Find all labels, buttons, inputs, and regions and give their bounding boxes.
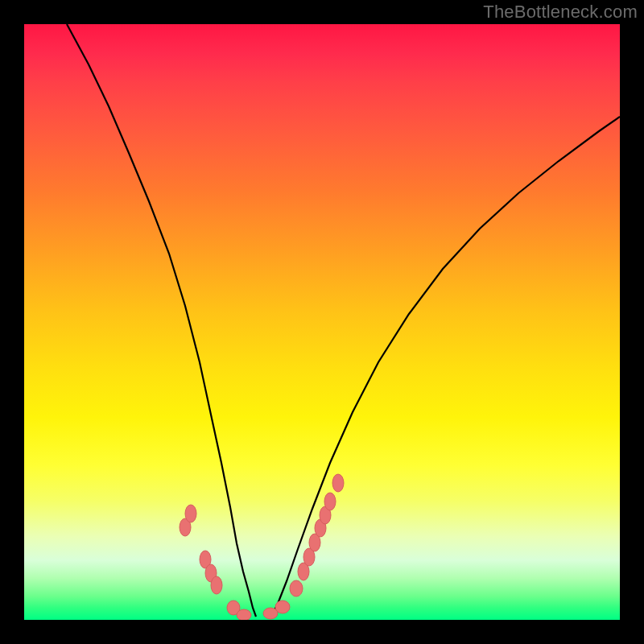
curve-right-branch [271,117,620,617]
bead-marker [290,580,303,597]
watermark-text: TheBottleneck.com [483,2,638,23]
curve-left-branch [67,24,256,617]
bead-marker [185,505,196,522]
markers-right [263,474,344,619]
bead-marker [275,601,290,613]
bead-marker [332,474,344,492]
plot-area [24,24,620,620]
chart-svg [24,24,620,620]
bead-marker [211,576,222,594]
bead-marker [237,609,251,620]
bead-marker [324,493,336,510]
chart-frame: TheBottleneck.com [0,0,644,644]
